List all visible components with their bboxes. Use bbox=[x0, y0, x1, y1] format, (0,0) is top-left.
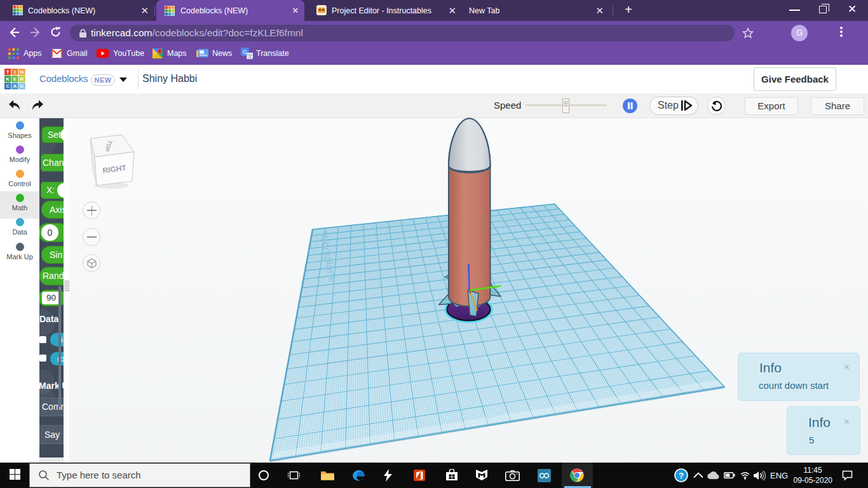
svg-text:?: ? bbox=[679, 471, 684, 480]
